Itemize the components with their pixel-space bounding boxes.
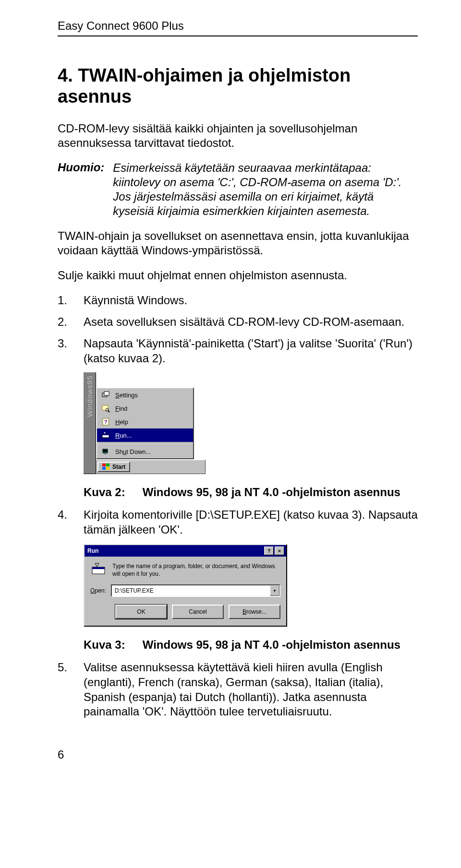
close-programs-paragraph: Sulje kaikki muut ohjelmat ennen ohjelmi… [58,268,418,283]
menu-label: Run... [115,432,132,439]
run-dialog-icon [90,562,107,576]
start-menu-item-shutdown[interactable]: Shut Down... [97,445,193,458]
svg-text:?: ? [104,419,108,425]
menu-label: Help [115,418,128,426]
step-text: Aseta sovelluksen sisältävä CD-ROM-levy … [84,315,404,330]
twain-paragraph: TWAIN-ohjain ja sovellukset on asennetta… [58,229,418,258]
step-number: 1. [58,293,70,308]
open-input[interactable] [112,585,270,596]
run-dialog-titlebar[interactable]: Run ? × [85,545,286,557]
caption-text: Windows 95, 98 ja NT 4.0 -ohjelmiston as… [143,638,400,652]
run-dialog-title: Run [87,547,98,554]
step-text: Napsauta 'Käynnistä'-painiketta ('Start'… [84,336,418,366]
start-menu-item-run[interactable]: Run... [97,428,193,442]
start-menu[interactable]: Settings Find ? Help [96,387,194,459]
start-menu-item-find[interactable]: Find [97,402,193,415]
start-menu-item-settings[interactable]: Settings [97,388,193,402]
figure-3-caption: Kuva 3: Windows 95, 98 ja NT 4.0 -ohjelm… [84,638,418,652]
menu-label: Settings [115,392,138,399]
menu-separator [98,443,192,444]
open-label: Open: [90,587,106,594]
page-header: Easy Connect 9600 Plus [58,19,418,33]
run-dialog-description: Type the name of a program, folder, or d… [112,562,280,578]
start-button[interactable]: Start [97,462,130,472]
caption-label: Kuva 2: [84,486,125,499]
svg-rect-8 [102,434,109,435]
step-text: Valitse asennuksessa käytettävä kieli hi… [84,660,418,719]
page-number: 6 [58,748,418,761]
browse-button[interactable]: Browse... [229,605,280,619]
figure-2-caption: Kuva 2: Windows 95, 98 ja NT 4.0 -ohjelm… [84,486,418,499]
caption-label: Kuva 3: [84,638,125,652]
shutdown-icon [101,447,110,456]
menu-label: Shut Down... [115,448,151,455]
step-number: 5. [58,660,70,719]
figure-2: Windows95 Settings Find [84,372,418,474]
start-menu-sidebar: Windows95 [84,372,96,474]
notice-block: Huomio: Esimerkeissä käytetään seuraavaa… [58,161,418,218]
step-item: 1. Käynnistä Windows. [58,293,418,308]
help-button[interactable]: ? [264,547,274,555]
start-menu-item-help[interactable]: ? Help [97,415,193,428]
windows-logo-icon [102,464,110,470]
help-icon: ? [101,417,110,427]
open-combobox[interactable]: ▼ [111,584,280,597]
ok-button[interactable]: OK [115,605,167,619]
run-dialog: Run ? × Type the name of a program, fold… [84,544,287,627]
steps-list-2: 4. Kirjoita komentoriville [D:\SETUP.EXE… [58,508,418,537]
settings-icon [101,390,110,400]
svg-rect-2 [102,405,108,410]
steps-list-3: 5. Valitse asennuksessa käytettävä kieli… [58,660,418,719]
section-heading: 4. TWAIN-ohjaimen ja ohjelmiston asennus [58,65,418,107]
notice-label: Huomio: [58,161,104,218]
close-button[interactable]: × [275,547,284,555]
step-item: 5. Valitse asennuksessa käytettävä kieli… [58,660,418,719]
menu-label: Find [115,405,127,412]
step-number: 2. [58,315,70,330]
start-button-label: Start [112,464,125,470]
intro-paragraph: CD-ROM-levy sisältää kaikki ohjainten ja… [58,121,418,150]
step-item: 2. Aseta sovelluksen sisältävä CD-ROM-le… [58,315,418,330]
svg-rect-11 [103,450,107,452]
step-item: 4. Kirjoita komentoriville [D:\SETUP.EXE… [58,508,418,537]
svg-rect-1 [104,392,109,395]
svg-marker-15 [95,563,99,567]
svg-rect-14 [92,567,105,569]
svg-line-4 [108,411,109,412]
steps-list-1: 1. Käynnistä Windows. 2. Aseta sovelluks… [58,293,418,366]
chevron-down-icon: ▼ [273,589,277,593]
cancel-button[interactable]: Cancel [172,605,224,619]
step-text: Kirjoita komentoriville [D:\SETUP.EXE] (… [84,508,418,537]
figure-3: Run ? × Type the name of a program, fold… [84,544,418,627]
notice-text: Esimerkeissä käytetään seuraavaa merkint… [113,161,418,218]
step-item: 3. Napsauta 'Käynnistä'-painiketta ('Sta… [58,336,418,366]
caption-text: Windows 95, 98 ja NT 4.0 -ohjelmiston as… [143,486,400,499]
taskbar: Start [96,459,206,474]
step-number: 4. [58,508,70,537]
find-icon [101,404,110,413]
run-icon [101,430,110,440]
step-text: Käynnistä Windows. [84,293,187,308]
header-rule [58,36,418,36]
step-number: 3. [58,336,70,366]
svg-rect-12 [104,453,107,454]
dropdown-button[interactable]: ▼ [270,585,279,596]
